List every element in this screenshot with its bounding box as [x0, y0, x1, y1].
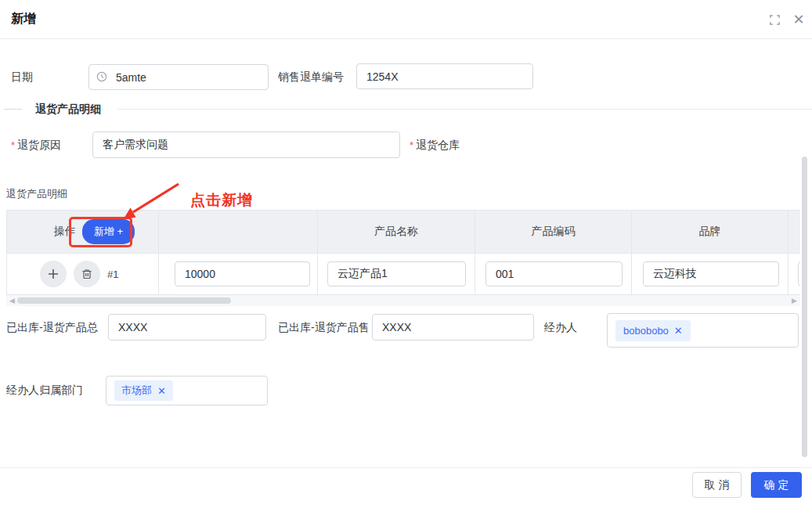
outbound-price-input[interactable] — [372, 314, 534, 340]
brand-header: 品牌 — [632, 211, 789, 253]
add-row-button[interactable]: 新增 + — [82, 219, 135, 244]
op-header-cell: 操作 新增 + — [7, 211, 159, 253]
required-mark: * — [11, 139, 15, 151]
close-icon[interactable]: ✕ — [792, 13, 806, 27]
header-divider — [0, 38, 812, 39]
tag-remove-icon[interactable]: ✕ — [674, 326, 683, 336]
warehouse-label: *退货仓库 — [410, 139, 460, 153]
modal-title: 新增 — [11, 11, 36, 27]
cancel-button[interactable]: 取消 — [692, 472, 742, 498]
row-add-icon[interactable] — [40, 261, 67, 287]
brand-input[interactable] — [643, 261, 779, 286]
scrollbar-thumb[interactable] — [17, 297, 231, 304]
table-horizontal-scrollbar[interactable]: ◀ ▶ — [6, 295, 800, 306]
qty-input[interactable] — [175, 261, 310, 286]
order-no-input[interactable] — [356, 63, 533, 89]
row-qty-cell — [159, 254, 318, 294]
outbound-total-input[interactable] — [108, 314, 266, 340]
partial-header-cell — [789, 211, 800, 253]
scroll-right-icon[interactable]: ▶ — [792, 297, 797, 304]
row-name-cell — [318, 254, 475, 294]
section-divider-left — [4, 109, 22, 110]
row-code-cell — [475, 254, 632, 294]
confirm-button[interactable]: 确定 — [751, 472, 802, 498]
date-input[interactable] — [88, 64, 269, 90]
section-title: 退货产品明细 — [35, 103, 101, 117]
required-mark: * — [410, 139, 413, 151]
outbound-total-label: 已出库-退货产品总 — [6, 321, 108, 335]
product-code-header: 产品编码 — [475, 211, 632, 253]
op-header-label: 操作 — [54, 225, 76, 239]
row-partial-cell — [789, 254, 800, 294]
agent-multiselect[interactable]: bobobobo ✕ — [607, 313, 799, 348]
product-name-input[interactable] — [327, 261, 466, 286]
date-label: 日期 — [11, 70, 33, 85]
reason-input[interactable] — [92, 132, 400, 158]
row-index: #1 — [107, 268, 118, 280]
footer-divider — [0, 467, 812, 468]
partial-input[interactable] — [798, 261, 800, 286]
vertical-scrollbar[interactable] — [802, 157, 807, 457]
row-delete-icon[interactable] — [74, 261, 100, 287]
outbound-price-label: 已出库-退货产品售 — [278, 321, 371, 335]
product-code-input[interactable] — [485, 261, 623, 286]
empty-header-cell — [159, 211, 318, 253]
section-divider-right — [117, 109, 812, 110]
reason-label: *退货原因 — [11, 139, 61, 153]
dept-tag: 市场部 ✕ — [114, 380, 173, 401]
agent-label: 经办人 — [544, 321, 577, 335]
annotation-text: 点击新增 — [190, 190, 253, 211]
row-op-cell: #1 — [7, 254, 159, 294]
product-name-header: 产品名称 — [318, 211, 475, 253]
table-header-row: 操作 新增 + 产品名称 产品编码 品牌 — [7, 210, 800, 254]
tag-remove-icon[interactable]: ✕ — [157, 386, 166, 396]
order-no-label: 销售退单编号 — [278, 70, 344, 85]
clock-icon — [96, 71, 107, 82]
return-products-table: 操作 新增 + 产品名称 产品编码 品牌 — [6, 210, 800, 295]
row-brand-cell — [632, 254, 789, 294]
agent-tag: bobobobo ✕ — [615, 320, 691, 341]
table-label: 退货产品明细 — [6, 187, 67, 201]
scroll-left-icon[interactable]: ◀ — [9, 297, 15, 304]
table-row: #1 — [7, 254, 800, 295]
add-record-modal: 新增 ✕ 日期 销售退单编号 退货产品明细 *退货原因 *退货仓库 退货产品明细… — [0, 0, 812, 508]
fullscreen-icon[interactable] — [767, 13, 781, 27]
dept-multiselect[interactable]: 市场部 ✕ — [106, 376, 268, 405]
dept-label: 经办人归属部门 — [6, 384, 83, 398]
